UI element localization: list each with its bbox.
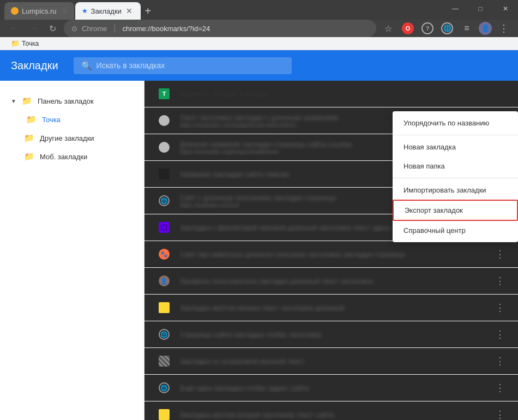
bookmarks-bar-item-label: Точка — [22, 40, 39, 47]
row-menu-11[interactable]: ⋮ — [493, 353, 507, 369]
row-favicon-12: 🌐 — [155, 379, 173, 397]
dropdown-item-import-label: Импортировать закладки — [403, 186, 486, 194]
header-search-bar[interactable]: 🔍 — [74, 57, 292, 74]
globe-favicon-5: 🌐 — [159, 195, 170, 206]
tab-lumpics[interactable]: Lumpics.ru ✕ — [4, 2, 74, 20]
minimize-button[interactable]: — — [443, 0, 468, 17]
dropdown-item-sort-label: Упорядочить по названию — [403, 119, 489, 127]
table-row[interactable]: 👤 Профиль пользователя закладка длинный … — [144, 268, 518, 295]
window-controls: — □ ✕ — [443, 0, 518, 20]
reload-button[interactable]: ↻ — [46, 21, 59, 36]
back-button[interactable]: ← — [7, 21, 22, 35]
title-bar: Lumpics.ru ✕ ★ Закладки ✕ + — □ ✕ — [0, 0, 518, 20]
row-favicon-1: T — [155, 85, 173, 103]
row-title-13: Закладка желтая второй заголовок текст с… — [179, 411, 493, 419]
bookmarks-bar: 📁 Точка — [0, 37, 518, 50]
folder-icon-bookmarks-bar: 📁 — [22, 96, 32, 106]
bookmark-star-icon[interactable]: ☆ — [381, 21, 396, 36]
yellow-favicon-13 — [159, 409, 170, 420]
folder-icon-tochka: 📁 — [11, 39, 20, 47]
dropdown-item-export-label: Экспорт закладок — [405, 206, 463, 214]
row-menu-7[interactable]: ⋮ — [493, 246, 507, 262]
tab-lumpics-label: Lumpics.ru — [22, 7, 57, 15]
address-bar-right: ☆ O ? 🌐 ≡ 👤 ⋮ — [381, 21, 511, 36]
row-menu-10[interactable]: ⋮ — [493, 326, 507, 343]
help-icon[interactable]: ? — [420, 21, 435, 36]
search-input[interactable] — [97, 61, 284, 70]
row-title-7: Сайт про животных длинное описание загол… — [179, 250, 493, 259]
close-button[interactable]: ✕ — [493, 0, 518, 17]
row-menu-9[interactable]: ⋮ — [493, 299, 507, 316]
address-separator: | — [113, 23, 116, 33]
globe-icon[interactable]: 🌐 — [439, 21, 455, 36]
address-chrome-label: Chrome — [82, 25, 107, 33]
row-favicon-4 — [155, 165, 173, 183]
page-title: Закладки — [11, 59, 58, 72]
table-row[interactable]: T Рецепты - Google Таблицы — [144, 81, 518, 107]
dropdown-item-new-bookmark[interactable]: Новая закладка — [393, 137, 518, 157]
row-content-12: Ещё одна закладка глобус адрес сайта — [179, 384, 493, 392]
address-bar: ← → ↻ ⊙ Chrome | chrome://bookmarks/?id=… — [0, 20, 518, 37]
row-menu-13[interactable]: ⋮ — [493, 406, 507, 420]
tab-bookmarks[interactable]: ★ Закладки ✕ — [75, 2, 141, 20]
address-favicon-chrome: ⊙ — [71, 25, 77, 33]
row-favicon-7: 🐾 — [155, 245, 173, 263]
row-content-1: Рецепты - Google Таблицы — [179, 90, 507, 98]
bookmarks-bar-item-tochka[interactable]: 📁 Точка — [7, 37, 43, 50]
table-row[interactable]: Закладка со штриховой иконкой текст ⋮ — [144, 348, 518, 375]
row-title-12: Ещё одна закладка глобус адрес сайта — [179, 384, 493, 392]
person-favicon-8: 👤 — [159, 275, 170, 286]
dropdown-divider-2 — [393, 178, 518, 178]
table-row[interactable]: 🐾 Сайт про животных длинное описание заг… — [144, 241, 518, 268]
forward-button[interactable]: → — [26, 21, 41, 35]
opera-logo: O — [402, 22, 414, 34]
dropdown-item-sort[interactable]: Упорядочить по названию — [393, 113, 518, 133]
green-table-favicon: T — [159, 88, 170, 99]
row-menu-8[interactable]: ⋮ — [493, 273, 507, 289]
maximize-button[interactable]: □ — [468, 0, 493, 17]
address-url-text[interactable]: chrome://bookmarks/?id=24 — [122, 25, 369, 33]
row-title-9: Закладка желтая иконка текст заголовок д… — [179, 304, 493, 312]
sidebar-item-bookmarks-bar[interactable]: ▼ 📁 Панель закладок — [0, 92, 144, 110]
globe-favicon-10: 🌐 — [159, 329, 170, 340]
row-favicon-5: 🌐 — [155, 192, 173, 209]
sidebar-item-tochka[interactable]: 📁 Точка — [0, 110, 144, 129]
extensions-icon[interactable]: ≡ — [459, 21, 474, 36]
dropdown-item-new-folder[interactable]: Новая папка — [393, 157, 518, 176]
dropdown-item-export[interactable]: Экспорт закладок — [393, 200, 518, 221]
opera-icon[interactable]: O — [400, 21, 415, 36]
row-content-10: Страница сайта закладка глобус заголовок — [179, 331, 493, 339]
row-favicon-3 — [155, 139, 173, 156]
row-title-8: Профиль пользователя закладка длинный те… — [179, 277, 493, 285]
dropdown-item-help[interactable]: Справочный центр — [393, 221, 518, 240]
tab-lumpics-close[interactable]: ✕ — [61, 7, 68, 15]
row-menu-12[interactable]: ⋮ — [493, 380, 507, 396]
folder-icon-other: 📁 — [24, 133, 34, 143]
chrome-menu-button[interactable]: ⋮ — [496, 21, 511, 36]
row-favicon-9 — [155, 299, 173, 316]
dropdown-item-new-folder-label: Новая папка — [403, 162, 445, 170]
striped-favicon-11 — [159, 356, 170, 367]
dropdown-item-new-bookmark-label: Новая закладка — [403, 143, 456, 151]
table-row[interactable]: Закладка желтая второй заголовок текст с… — [144, 401, 518, 420]
table-row[interactable]: 🌐 Ещё одна закладка глобус адрес сайта ⋮ — [144, 375, 518, 401]
sidebar-item-mobile-bookmarks[interactable]: 📁 Моб. закладки — [0, 147, 144, 166]
tab-bookmarks-label: Закладки — [91, 7, 122, 15]
new-tab-button[interactable]: + — [141, 2, 156, 20]
row-content-9: Закладка желтая иконка текст заголовок д… — [179, 304, 493, 312]
address-input-wrapper[interactable]: ⊙ Chrome | chrome://bookmarks/?id=24 — [64, 20, 376, 37]
paw-favicon-7: 🐾 — [159, 249, 170, 260]
bookmark-list-area: T Рецепты - Google Таблицы Текст заголов… — [144, 81, 518, 420]
page-header: Закладки 🔍 — [0, 50, 518, 81]
row-content-7: Сайт про животных длинное описание загол… — [179, 250, 493, 259]
sidebar-item-tochka-label: Точка — [42, 116, 61, 124]
table-row[interactable]: Закладка желтая иконка текст заголовок д… — [144, 295, 518, 321]
profile-avatar[interactable]: 👤 — [479, 22, 492, 35]
table-row[interactable]: 🌐 Страница сайта закладка глобус заголов… — [144, 321, 518, 348]
sidebar-item-other-bookmarks[interactable]: 📁 Другие закладки — [0, 129, 144, 147]
folder-icon-tochka-sidebar: 📁 — [26, 115, 37, 124]
dropdown-item-import[interactable]: Импортировать закладки — [393, 181, 518, 200]
gray-favicon-2 — [159, 115, 170, 126]
tab-bookmarks-close[interactable]: ✕ — [126, 7, 132, 15]
row-content-8: Профиль пользователя закладка длинный те… — [179, 277, 493, 285]
